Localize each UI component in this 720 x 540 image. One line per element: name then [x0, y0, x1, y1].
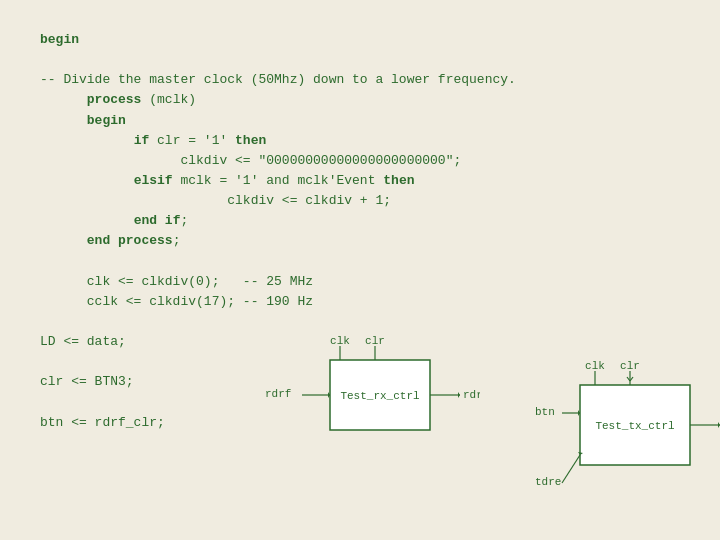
svg-text:Test_rx_ctrl: Test_rx_ctrl: [340, 390, 419, 402]
svg-text:clk: clk: [585, 360, 605, 372]
svg-text:btn: btn: [535, 406, 555, 418]
svg-text:clr: clr: [365, 335, 385, 347]
svg-line-24: [562, 455, 580, 483]
svg-marker-10: [458, 392, 460, 398]
svg-text:tdre: tdre: [535, 476, 561, 488]
left-diagram: Test_rx_ctrl clk clr rdrf rdrf_clr: [260, 330, 480, 464]
svg-text:rdrf_clr: rdrf_clr: [463, 389, 480, 401]
svg-text:Test_tx_ctrl: Test_tx_ctrl: [595, 420, 674, 432]
svg-text:clr: clr: [620, 360, 640, 372]
svg-text:clk: clk: [330, 335, 350, 347]
svg-text:rdrf: rdrf: [265, 388, 291, 400]
right-diagram: Test_tx_ctrl clk clr btn tdre ready: [530, 355, 720, 509]
